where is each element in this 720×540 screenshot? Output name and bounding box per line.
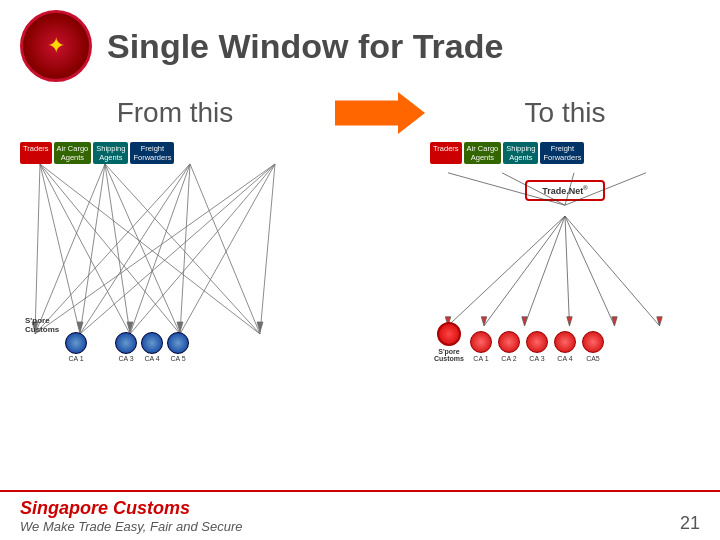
left-ca-label-4: CA 4 [144,355,159,362]
left-ca-label-1: CA 1 [68,355,83,362]
right-spore-label: S'poreCustoms [434,348,464,362]
svg-line-31 [525,216,566,326]
logo: ✦ [20,10,92,82]
svg-line-15 [260,164,275,334]
svg-line-4 [80,164,105,334]
right-ca-node-1: CA 1 [470,331,492,362]
svg-marker-20 [77,322,83,332]
svg-line-7 [105,164,260,334]
right-ca-circle-4 [554,331,576,353]
svg-line-5 [105,164,130,334]
svg-line-33 [565,216,615,326]
left-box-shipping: ShippingAgents [93,142,128,164]
right-ca-label-3: CA 3 [529,355,544,362]
svg-line-6 [105,164,180,334]
svg-line-8 [80,164,190,334]
spore-circle-icon [437,322,461,346]
right-spore-node: S'poreCustoms [434,322,464,362]
right-box-freight: FreightForwarders [540,142,584,164]
from-label: From this [20,97,330,129]
footer-left: Singapore Customs We Make Trade Easy, Fa… [20,498,243,534]
svg-line-10 [180,164,190,334]
right-diagram: Traders Air CargoAgents ShippingAgents F… [430,142,700,362]
section-labels-row: From this To this [20,92,700,134]
right-ca-node-5: CA5 [582,331,604,362]
svg-marker-21 [127,322,133,332]
diagrams-row: Traders Air CargoAgents ShippingAgents F… [20,142,700,362]
right-ca-circle-1 [470,331,492,353]
right-ca-label-4: CA 4 [557,355,572,362]
arrow-spacer [330,92,430,134]
svg-line-9 [130,164,190,334]
diagram-spacer [330,142,430,362]
svg-line-17 [35,164,105,334]
svg-line-19 [35,164,275,334]
footer-page: 21 [680,513,700,534]
svg-line-29 [448,216,565,326]
right-box-aircargo: Air CargoAgents [464,142,502,164]
left-ca-label-5: CA 5 [170,355,185,362]
footer-org: Singapore Customs [20,498,243,519]
right-ca-node-2: CA 2 [498,331,520,362]
footer: Singapore Customs We Make Trade Easy, Fa… [0,490,720,540]
right-box-traders: Traders [430,142,462,164]
left-ca-circle-4 [141,332,163,354]
right-bottom-nodes: S'poreCustoms CA 1 CA 2 CA 3 CA 4 [430,322,700,362]
left-box-freight: FreightForwarders [130,142,174,164]
left-ca-node-4: CA 4 [141,332,163,362]
right-ca-label-5: CA5 [586,355,600,362]
svg-line-2 [40,164,180,334]
svg-line-11 [190,164,260,334]
main-content: From this To this Traders Air CargoAgent… [0,82,720,362]
left-ca-circle-1 [65,332,87,354]
left-box-aircargo: Air CargoAgents [54,142,92,164]
right-ca-node-3: CA 3 [526,331,548,362]
right-top-boxes: Traders Air CargoAgents ShippingAgents F… [430,142,700,164]
to-label: To this [430,97,700,129]
svg-marker-22 [177,322,183,332]
svg-line-1 [40,164,130,334]
right-box-shipping: ShippingAgents [503,142,538,164]
header: ✦ Single Window for Trade [0,0,720,82]
left-ca-label-3: CA 3 [118,355,133,362]
left-top-boxes: Traders Air CargoAgents ShippingAgents F… [20,142,330,164]
svg-line-16 [35,164,40,334]
svg-marker-23 [257,322,263,332]
svg-line-14 [180,164,275,334]
logo-icon: ✦ [47,35,65,57]
svg-line-13 [130,164,275,334]
svg-line-3 [40,164,260,334]
footer-tagline: We Make Trade Easy, Fair and Secure [20,519,243,534]
svg-line-18 [35,164,190,334]
tradenet-box: Trade.Net® [525,180,605,201]
right-ca-node-4: CA 4 [554,331,576,362]
left-ca-nodes: CA 1 CA 3 CA 4 CA 5 [20,332,330,362]
svg-line-30 [484,216,565,326]
right-ca-label-2: CA 2 [501,355,516,362]
right-ca-circle-5 [582,331,604,353]
svg-line-32 [565,216,570,326]
right-ca-circle-2 [498,331,520,353]
tradenet-super: ® [583,185,587,191]
svg-line-0 [40,164,80,334]
left-ca-node-3: CA 3 [115,332,137,362]
right-ca-circle-3 [526,331,548,353]
left-ca-node-1: CA 1 [65,332,87,362]
left-box-traders: Traders [20,142,52,164]
mesh-lines-svg [20,142,330,362]
svg-line-12 [80,164,275,334]
svg-line-34 [565,216,660,326]
page-title: Single Window for Trade [107,27,503,66]
section-arrow-icon [335,92,425,134]
left-ca-node-5: CA 5 [167,332,189,362]
left-ca-circle-3 [115,332,137,354]
right-ca-label-1: CA 1 [473,355,488,362]
left-ca-circle-5 [167,332,189,354]
left-diagram: Traders Air CargoAgents ShippingAgents F… [20,142,330,362]
